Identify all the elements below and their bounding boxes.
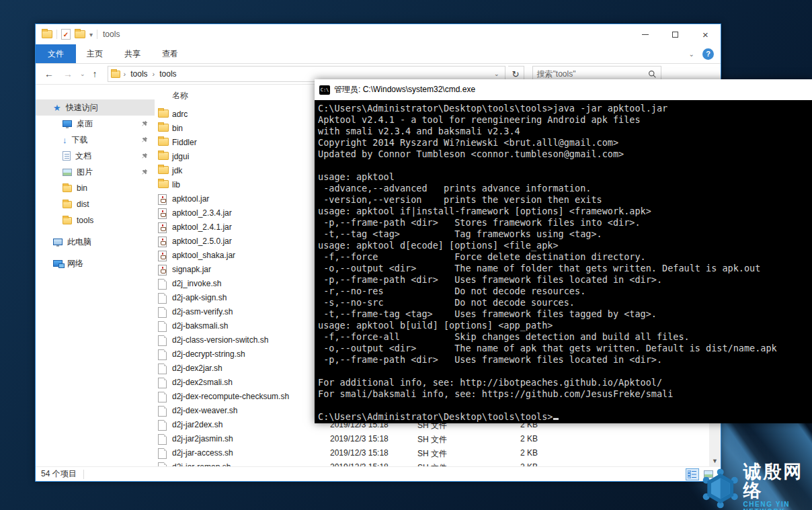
file-row[interactable]: d2j-jar-access.sh2019/12/3 15:18SH 文件2 K… [155,446,709,460]
file-name[interactable]: d2j-jar-remap.sh [172,462,231,466]
file-name[interactable]: jdk [172,166,182,175]
jar-icon [158,251,167,261]
computer-icon [53,239,63,245]
sidebar-item-此电脑[interactable]: 此电脑 [36,234,155,250]
address-dropdown-icon[interactable]: ⌄ [491,71,502,77]
file-name[interactable]: jdgui [172,152,189,161]
jar-icon [158,265,167,275]
tab-home[interactable]: 主页 [76,44,114,63]
file-name[interactable]: bin [172,124,183,133]
sidebar-item-dist[interactable]: dist [36,196,155,212]
file-name[interactable]: d2j-jar2dex.sh [172,420,222,429]
file-name[interactable]: d2j-baksmali.sh [172,321,228,331]
folder-icon [158,110,169,118]
explorer-titlebar: ✓ ▾ tools × [36,24,721,44]
file-name[interactable]: apktool_2.4.1.jar [172,222,232,232]
sidebar-item-label: bin [77,183,87,193]
ribbon-collapse-icon[interactable]: ⌄ [689,50,694,58]
file-name[interactable]: signapk.jar [172,265,211,274]
jar-icon [158,194,167,205]
recent-locations-icon[interactable]: ⌄ [79,71,87,77]
file-name[interactable]: apktool_2.5.0.jar [172,237,232,246]
sidebar-item-label: 图片 [77,167,93,178]
file-row[interactable]: d2j-jar2jasmin.sh2019/12/3 15:18SH 文件2 K… [155,432,709,446]
file-name[interactable]: apktool_shaka.jar [172,251,235,260]
folder-icon [63,185,72,192]
file-name[interactable]: apktool_2.3.4.jar [172,208,232,218]
sidebar-item-bin[interactable]: bin [36,180,155,196]
file-name[interactable]: d2j-dex2smali.sh [172,378,233,387]
folder-icon [158,152,169,160]
quick-access-toolbar: ✓ ▾ [36,29,97,40]
sidebar-item-label: 桌面 [77,118,93,130]
gear-logo-icon [702,465,739,510]
sidebar-item-快速访问[interactable]: ★快速访问 [36,99,155,116]
file-name[interactable]: d2j-decrypt-string.sh [172,349,245,359]
sidebar-item-图片[interactable]: 图片 [36,164,155,180]
status-bar: 54 个项目 [36,466,721,481]
pin-icon [141,169,148,175]
file-name[interactable]: lib [172,180,180,189]
details-view-button[interactable] [686,468,699,480]
file-name[interactable]: d2j-dex2jar.sh [172,364,222,373]
file-name[interactable]: d2j-jar2jasmin.sh [172,434,233,443]
new-folder-icon[interactable] [75,30,85,38]
file-name[interactable]: d2j-asm-verify.sh [172,307,233,316]
breadcrumb-tools[interactable]: tools [129,69,149,79]
file-size: 2 KB [474,434,538,443]
close-button[interactable]: × [690,24,721,44]
properties-check-icon[interactable]: ✓ [61,29,71,40]
maximize-button[interactable] [660,24,690,44]
console-text: C:\Users\Administrator\Desktop\tools\too… [318,103,812,423]
file-type: SH 文件 [417,448,447,460]
sidebar-item-桌面[interactable]: 桌面 [36,116,155,132]
sh-icon [158,293,167,304]
file-name[interactable]: d2j-apk-sign.sh [172,293,227,302]
search-icon[interactable] [648,70,657,79]
file-name[interactable]: adrc [172,110,188,119]
minimize-icon [642,34,649,35]
file-name[interactable]: d2j_invoke.sh [172,279,221,288]
divider [56,30,57,39]
file-name[interactable]: d2j-dex-recompute-checksum.sh [172,392,289,401]
close-icon: × [702,30,708,40]
folder-icon [158,138,169,146]
file-name[interactable]: d2j-dex-weaver.sh [172,406,237,415]
qat-dropdown-icon[interactable]: ▾ [89,31,93,38]
sidebar-item-label: 文档 [75,151,91,162]
download-icon: ↓ [63,136,67,144]
sidebar-item-tools[interactable]: tools [36,212,155,228]
file-name[interactable]: apktool.jar [172,194,209,204]
tab-view[interactable]: 查看 [151,44,189,63]
minimize-button[interactable] [630,24,660,44]
column-header-name[interactable]: 名称 [157,90,188,101]
cmd-icon: C:\ [319,85,330,95]
tab-share[interactable]: 共享 [114,44,151,63]
navigation-pane: ★快速访问桌面↓下载文档图片bindisttools此电脑网络 [36,85,155,466]
sidebar-item-网络[interactable]: 网络 [36,255,155,271]
back-button[interactable]: ← [41,69,57,79]
jar-icon [158,208,167,219]
cmd-console[interactable]: C:\Users\Administrator\Desktop\tools\too… [315,100,812,423]
breadcrumb-tools-2[interactable]: tools [158,69,177,79]
file-name[interactable]: d2j-class-version-switch.sh [172,335,268,345]
sidebar-item-文档[interactable]: 文档 [36,148,155,164]
sidebar-item-label: dist [77,200,89,209]
file-row[interactable]: d2j-jar-remap.sh2019/12/3 15:18SH 文件2 KB [155,460,709,466]
sidebar-item-label: 此电脑 [67,237,91,248]
divider [83,470,84,479]
help-icon[interactable]: ? [702,48,714,60]
file-type: SH 文件 [417,462,447,466]
monitor-icon [63,120,72,127]
file-name[interactable]: Fiddler [172,138,197,147]
jar-icon [158,237,167,247]
sidebar-item-label: 快速访问 [66,102,98,114]
cmd-titlebar[interactable]: C:\ 管理员: C:\Windows\system32\cmd.exe [315,79,812,100]
item-count: 54 个项目 [41,468,77,480]
up-button[interactable]: ↑ [89,69,101,79]
file-name[interactable]: d2j-jar-access.sh [172,448,233,458]
window-title: tools [103,30,120,39]
forward-button[interactable]: → [60,69,76,79]
sidebar-item-下载[interactable]: ↓下载 [36,132,155,148]
tab-file[interactable]: 文件 [36,44,76,63]
